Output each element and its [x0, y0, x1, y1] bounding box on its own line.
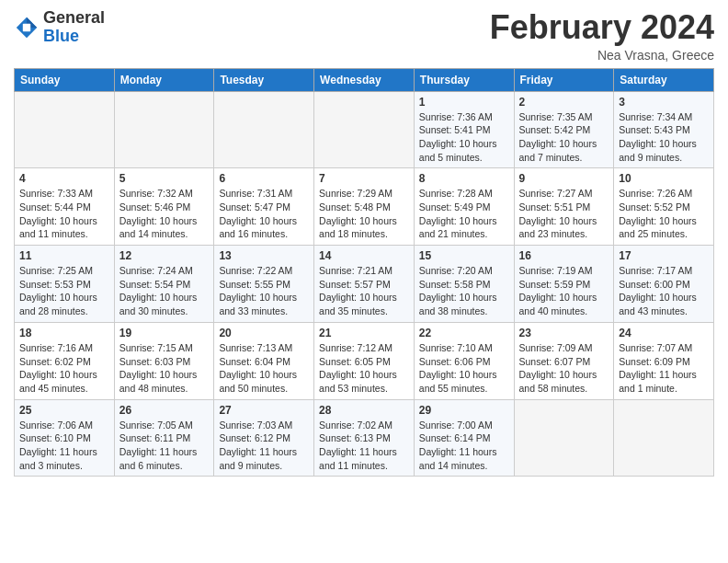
calendar-cell: 6Sunrise: 7:31 AM Sunset: 5:47 PM Daylig…	[214, 168, 314, 246]
logo: General Blue	[14, 9, 105, 46]
page-header: General Blue February 2024 Nea Vrasna, G…	[14, 9, 714, 63]
weekday-header-friday: Friday	[514, 68, 614, 91]
month-title: February 2024	[490, 9, 714, 46]
calendar-cell: 4Sunrise: 7:33 AM Sunset: 5:44 PM Daylig…	[15, 168, 115, 246]
day-number: 24	[619, 327, 709, 339]
day-info: Sunrise: 7:26 AM Sunset: 5:52 PM Dayligh…	[619, 187, 709, 241]
calendar-table: SundayMondayTuesdayWednesdayThursdayFrid…	[14, 68, 714, 477]
day-info: Sunrise: 7:00 AM Sunset: 6:14 PM Dayligh…	[419, 419, 509, 473]
day-info: Sunrise: 7:33 AM Sunset: 5:44 PM Dayligh…	[19, 187, 109, 241]
day-number: 28	[319, 404, 409, 417]
day-number: 7	[319, 172, 409, 185]
day-info: Sunrise: 7:36 AM Sunset: 5:41 PM Dayligh…	[419, 110, 509, 165]
calendar-cell: 3Sunrise: 7:34 AM Sunset: 5:43 PM Daylig…	[614, 91, 714, 168]
day-info: Sunrise: 7:31 AM Sunset: 5:47 PM Dayligh…	[219, 187, 309, 241]
day-info: Sunrise: 7:22 AM Sunset: 5:55 PM Dayligh…	[219, 264, 309, 318]
day-number: 26	[119, 404, 210, 417]
logo-blue-text: Blue	[43, 27, 79, 45]
day-info: Sunrise: 7:35 AM Sunset: 5:42 PM Dayligh…	[519, 110, 609, 165]
day-number: 20	[219, 327, 309, 339]
day-number: 27	[219, 404, 309, 417]
calendar-week-row: 1Sunrise: 7:36 AM Sunset: 5:41 PM Daylig…	[15, 91, 714, 168]
day-number: 23	[519, 327, 609, 339]
calendar-cell: 11Sunrise: 7:25 AM Sunset: 5:53 PM Dayli…	[15, 246, 115, 323]
day-number: 4	[19, 172, 109, 185]
day-number: 9	[519, 172, 609, 185]
calendar-cell: 23Sunrise: 7:09 AM Sunset: 6:07 PM Dayli…	[514, 322, 614, 399]
calendar-cell	[114, 91, 214, 168]
day-info: Sunrise: 7:32 AM Sunset: 5:46 PM Dayligh…	[119, 187, 210, 241]
calendar-week-row: 11Sunrise: 7:25 AM Sunset: 5:53 PM Dayli…	[15, 246, 714, 323]
calendar-cell: 5Sunrise: 7:32 AM Sunset: 5:46 PM Daylig…	[114, 168, 214, 246]
calendar-cell: 10Sunrise: 7:26 AM Sunset: 5:52 PM Dayli…	[614, 168, 714, 246]
weekday-header-thursday: Thursday	[414, 68, 514, 91]
calendar-cell: 2Sunrise: 7:35 AM Sunset: 5:42 PM Daylig…	[514, 91, 614, 168]
day-number: 1	[419, 96, 509, 109]
logo-icon	[14, 15, 40, 40]
day-info: Sunrise: 7:12 AM Sunset: 6:05 PM Dayligh…	[319, 341, 409, 396]
day-number: 18	[19, 327, 109, 339]
day-info: Sunrise: 7:28 AM Sunset: 5:49 PM Dayligh…	[419, 187, 509, 241]
day-info: Sunrise: 7:09 AM Sunset: 6:07 PM Dayligh…	[519, 341, 609, 396]
day-info: Sunrise: 7:02 AM Sunset: 6:13 PM Dayligh…	[319, 419, 409, 473]
location: Nea Vrasna, Greece	[490, 48, 714, 63]
weekday-header-sunday: Sunday	[15, 68, 115, 91]
weekday-header-monday: Monday	[114, 68, 214, 91]
calendar-cell	[314, 91, 415, 168]
day-number: 3	[619, 96, 709, 109]
day-number: 14	[319, 249, 409, 262]
day-info: Sunrise: 7:07 AM Sunset: 6:09 PM Dayligh…	[619, 341, 709, 396]
calendar-cell: 12Sunrise: 7:24 AM Sunset: 5:54 PM Dayli…	[114, 246, 214, 323]
calendar-cell: 1Sunrise: 7:36 AM Sunset: 5:41 PM Daylig…	[414, 91, 514, 168]
calendar-cell	[15, 91, 115, 168]
calendar-cell: 17Sunrise: 7:17 AM Sunset: 6:00 PM Dayli…	[614, 246, 714, 323]
calendar-cell: 15Sunrise: 7:20 AM Sunset: 5:58 PM Dayli…	[414, 246, 514, 323]
day-info: Sunrise: 7:05 AM Sunset: 6:11 PM Dayligh…	[119, 419, 210, 473]
day-info: Sunrise: 7:10 AM Sunset: 6:06 PM Dayligh…	[419, 341, 509, 396]
day-number: 25	[19, 404, 109, 417]
day-info: Sunrise: 7:16 AM Sunset: 6:02 PM Dayligh…	[19, 341, 109, 396]
day-number: 22	[419, 327, 509, 339]
calendar-week-row: 18Sunrise: 7:16 AM Sunset: 6:02 PM Dayli…	[15, 322, 714, 399]
day-number: 6	[219, 172, 309, 185]
day-number: 10	[619, 172, 709, 185]
calendar-cell: 26Sunrise: 7:05 AM Sunset: 6:11 PM Dayli…	[114, 399, 214, 477]
title-block: February 2024 Nea Vrasna, Greece	[490, 9, 714, 63]
day-info: Sunrise: 7:21 AM Sunset: 5:57 PM Dayligh…	[319, 264, 409, 318]
day-info: Sunrise: 7:17 AM Sunset: 6:00 PM Dayligh…	[619, 264, 709, 318]
day-number: 12	[119, 249, 210, 262]
calendar-cell: 19Sunrise: 7:15 AM Sunset: 6:03 PM Dayli…	[114, 322, 214, 399]
calendar-cell: 18Sunrise: 7:16 AM Sunset: 6:02 PM Dayli…	[15, 322, 115, 399]
day-info: Sunrise: 7:29 AM Sunset: 5:48 PM Dayligh…	[319, 187, 409, 241]
day-info: Sunrise: 7:19 AM Sunset: 5:59 PM Dayligh…	[519, 264, 609, 318]
day-number: 2	[519, 96, 609, 109]
weekday-header-row: SundayMondayTuesdayWednesdayThursdayFrid…	[15, 68, 714, 91]
day-number: 11	[19, 249, 109, 262]
calendar-cell: 20Sunrise: 7:13 AM Sunset: 6:04 PM Dayli…	[214, 322, 314, 399]
day-info: Sunrise: 7:27 AM Sunset: 5:51 PM Dayligh…	[519, 187, 609, 241]
weekday-header-tuesday: Tuesday	[214, 68, 314, 91]
day-number: 29	[419, 404, 509, 417]
day-number: 17	[619, 249, 709, 262]
calendar-cell: 28Sunrise: 7:02 AM Sunset: 6:13 PM Dayli…	[314, 399, 415, 477]
calendar-cell: 8Sunrise: 7:28 AM Sunset: 5:49 PM Daylig…	[414, 168, 514, 246]
calendar-cell: 13Sunrise: 7:22 AM Sunset: 5:55 PM Dayli…	[214, 246, 314, 323]
day-number: 19	[119, 327, 210, 339]
day-info: Sunrise: 7:24 AM Sunset: 5:54 PM Dayligh…	[119, 264, 210, 318]
day-info: Sunrise: 7:03 AM Sunset: 6:12 PM Dayligh…	[219, 419, 309, 473]
day-info: Sunrise: 7:20 AM Sunset: 5:58 PM Dayligh…	[419, 264, 509, 318]
calendar-cell: 21Sunrise: 7:12 AM Sunset: 6:05 PM Dayli…	[314, 322, 415, 399]
calendar-week-row: 25Sunrise: 7:06 AM Sunset: 6:10 PM Dayli…	[15, 399, 714, 477]
calendar-cell: 22Sunrise: 7:10 AM Sunset: 6:06 PM Dayli…	[414, 322, 514, 399]
calendar-cell: 24Sunrise: 7:07 AM Sunset: 6:09 PM Dayli…	[614, 322, 714, 399]
day-info: Sunrise: 7:15 AM Sunset: 6:03 PM Dayligh…	[119, 341, 210, 396]
calendar-cell: 14Sunrise: 7:21 AM Sunset: 5:57 PM Dayli…	[314, 246, 415, 323]
day-info: Sunrise: 7:13 AM Sunset: 6:04 PM Dayligh…	[219, 341, 309, 396]
calendar-cell: 9Sunrise: 7:27 AM Sunset: 5:51 PM Daylig…	[514, 168, 614, 246]
calendar-cell	[614, 399, 714, 477]
day-number: 8	[419, 172, 509, 185]
calendar-cell: 7Sunrise: 7:29 AM Sunset: 5:48 PM Daylig…	[314, 168, 415, 246]
weekday-header-saturday: Saturday	[614, 68, 714, 91]
day-number: 16	[519, 249, 609, 262]
calendar-cell	[514, 399, 614, 477]
